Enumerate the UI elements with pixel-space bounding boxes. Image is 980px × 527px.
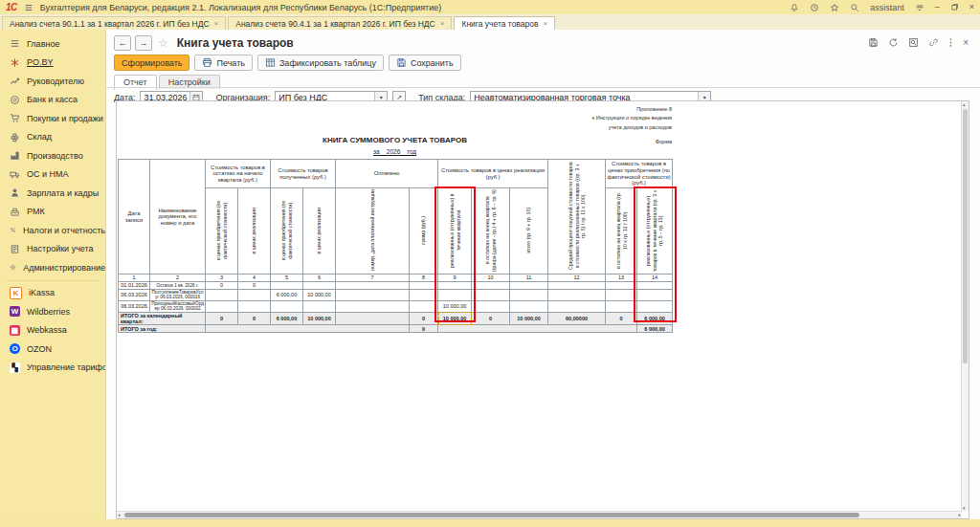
refresh-icon[interactable] <box>888 37 899 48</box>
header-group-paid: Оплачено <box>336 160 438 188</box>
horizontal-scrollbar[interactable]: ◂ ▸ <box>117 511 962 518</box>
window-bottom-strip <box>0 519 980 527</box>
table-row: 06.03.2026 ПоступлениеТоваровУслуг 06.03… <box>119 290 673 301</box>
section-sidebar: Главное PO.BY Руководителю Банк и касса … <box>0 30 105 527</box>
cash-register-icon <box>10 207 20 217</box>
tab-close-icon[interactable]: × <box>214 19 219 28</box>
form-nav-row: ← → ☆ Книга учета товаров <box>114 35 294 51</box>
sidebar-item-main[interactable]: Главное <box>0 34 105 54</box>
chart-trend-icon <box>10 76 20 86</box>
sidebar-item-manager[interactable]: Руководителю <box>0 72 105 91</box>
sidebar-item-webkassa[interactable]: ▦ Webkassa <box>0 321 105 340</box>
sidebar-item-tariff[interactable]: ▚ Управление тарифом <box>0 359 105 378</box>
header-group-row: Дата записи Наименование документа, его … <box>119 160 673 188</box>
close-window-button[interactable]: × <box>969 3 974 11</box>
window-title: Бухгалтерия для Беларуси, редакция 2.1. … <box>40 3 441 12</box>
printer-icon <box>202 57 212 68</box>
sidebar-item-accounting-settings[interactable]: Настройки учета <box>0 240 105 259</box>
open-windows-tabbar: Анализ счета 90.1.1 за 1 квартал 2026 г.… <box>0 14 980 31</box>
quarter-totals-row: ИТОГО за календарный квартал: 0 0 6 000,… <box>119 312 673 325</box>
tab-goods-book[interactable]: Книга учета товаров × <box>454 16 555 30</box>
vertical-scrollbar[interactable]: ▴ ▾ <box>961 101 969 512</box>
sidebar-item-ikassa[interactable]: K iKassa <box>0 284 105 303</box>
book-icon <box>10 244 20 254</box>
sidebar-item-production[interactable]: Производство <box>0 146 105 165</box>
cell-document[interactable]: ПриходныйКассовыйОрдер 06.03.2026, 00000… <box>150 300 206 312</box>
favorites-star-icon[interactable] <box>830 3 839 12</box>
horizontal-scrollbar-thumb[interactable] <box>124 513 859 517</box>
vertical-scrollbar-thumb[interactable] <box>963 109 968 363</box>
header-cell: в ценах приобретения (по фактической сто… <box>206 188 238 274</box>
maximize-button[interactable] <box>950 3 959 11</box>
sidebar-item-ozon[interactable]: O OZON <box>0 340 105 359</box>
sidebar-item-rmk[interactable]: РМК <box>0 203 105 222</box>
selected-cell[interactable]: 10 000,00 <box>438 312 472 325</box>
find-icon[interactable] <box>908 37 919 48</box>
table-row: 06.03.2026 ПриходныйКассовыйОрдер 06.03.… <box>119 300 673 312</box>
cell-document[interactable]: ПоступлениеТоваровУслуг 06.03.2026, 0000… <box>150 290 206 301</box>
cell-date[interactable]: 06.03.2026 <box>119 290 150 301</box>
header-cell: Дата записи <box>119 160 150 274</box>
forward-button[interactable]: → <box>135 35 152 51</box>
back-button[interactable]: ← <box>114 35 131 51</box>
generate-button[interactable]: Сформировать <box>114 55 189 71</box>
close-form-icon[interactable]: × <box>963 37 969 48</box>
header-cell: Средний процент покупной стоимости товар… <box>548 160 606 274</box>
sidebar-item-taxes[interactable]: Налоги и отчетность <box>0 221 105 240</box>
tab-analysis-90-4-1[interactable]: Анализ счета 90.4.1 за 1 квартал 2026 г.… <box>228 16 452 30</box>
cell-date[interactable]: 01.01.2026 <box>119 282 150 290</box>
header-cell: Наименование документа, его номер и дата <box>150 160 206 274</box>
header-cell: в ценах реализации <box>303 188 336 274</box>
sidebar-item-fixed-assets[interactable]: ОС и НМА <box>0 165 105 185</box>
floppy-icon <box>396 57 407 68</box>
tab-analysis-90-1-1[interactable]: Анализ счета 90.1.1 за 1 квартал 2026 г.… <box>2 16 226 30</box>
service-menu-icon[interactable] <box>915 3 924 12</box>
header-cell: реализованных (отгруженных) товаров в те… <box>637 188 673 274</box>
sidebar-item-purchases-sales[interactable]: Покупки и продажи <box>0 109 105 128</box>
freeze-table-button[interactable]: Зафиксировать таблицу <box>257 55 384 71</box>
link-icon[interactable] <box>928 37 939 48</box>
tab-close-icon[interactable]: × <box>440 19 445 28</box>
history-icon[interactable] <box>810 3 819 12</box>
window-titlebar: 1С Бухгалтерия для Беларуси, редакция 2.… <box>0 0 980 14</box>
truck-icon <box>10 169 20 180</box>
favorite-star-icon[interactable]: ☆ <box>158 36 168 50</box>
header-cell: реализованных (отгруженных) в течение кв… <box>438 188 472 274</box>
year-total-label: ИТОГО за год: <box>119 325 206 333</box>
header-cell: в ценах приобретения (по фактической сто… <box>271 188 303 274</box>
sidebar-item-administration[interactable]: Администрирование <box>0 258 105 277</box>
sidebar-item-salary-hr[interactable]: Зарплата и кадры <box>0 184 105 203</box>
header-cell: в остатках на конец квартала (гр. 10 х г… <box>606 188 637 274</box>
header-group-sale-prices: Стоимость товаров в ценах реализации (ру… <box>438 160 548 188</box>
sidebar-item-wildberries[interactable]: W Wildberries <box>0 302 105 321</box>
sidebar-item-warehouse[interactable]: Склад <box>0 128 105 147</box>
main-menu-icon[interactable] <box>24 3 33 12</box>
global-search-icon[interactable] <box>850 3 859 12</box>
document-title: КНИГА СУММОВОГО УЧЕТА ТОВАРОВ <box>118 136 672 144</box>
document-subtitle: за 2026 год <box>118 148 672 155</box>
person-icon <box>10 187 20 198</box>
save-report-icon[interactable] <box>868 37 879 48</box>
table-row: 01.01.2026 Остаток 1 кв. 2026 г. 0 0 <box>119 282 673 290</box>
header-group-cost-prices: Стоимость товаров в ценах приобретения (… <box>606 160 673 188</box>
ikassa-icon: K <box>10 287 22 299</box>
header-cell: номер, дата платежной инструкции <box>336 188 410 274</box>
notifications-bell-icon[interactable] <box>790 3 799 12</box>
sidebar-item-poby[interactable]: PO.BY <box>0 54 105 73</box>
form-action-icons: × <box>868 37 969 48</box>
coin-icon <box>10 95 20 105</box>
printed-form: Приложение 8 к Инструкции о порядке веде… <box>118 103 672 520</box>
shopping-cart-icon <box>10 113 20 123</box>
save-button[interactable]: Сохранить <box>389 55 461 71</box>
header-cell: в ценах реализации <box>238 188 271 274</box>
cell-document[interactable]: Остаток 1 кв. 2026 г. <box>150 282 206 290</box>
minimize-button[interactable]: – <box>935 3 940 11</box>
more-actions-icon[interactable] <box>948 37 953 48</box>
poby-asterisk-icon <box>10 57 20 68</box>
tab-close-icon[interactable]: × <box>544 19 548 28</box>
print-button[interactable]: Печать <box>194 55 252 71</box>
current-user[interactable]: assistant <box>870 3 904 12</box>
cell-date[interactable]: 06.03.2026 <box>119 300 150 312</box>
sidebar-item-bank-cash[interactable]: Банк и касса <box>0 91 105 110</box>
webkassa-icon: ▦ <box>10 325 20 336</box>
